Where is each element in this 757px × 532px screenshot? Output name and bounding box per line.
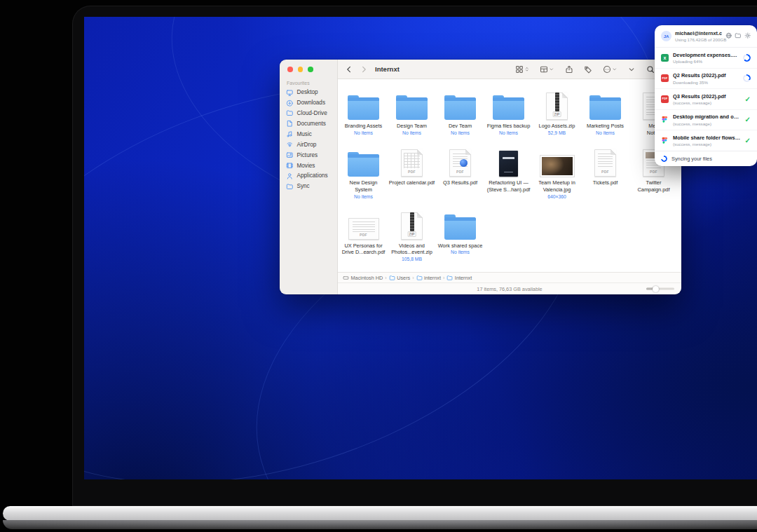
sidebar-item-cloud-drive[interactable]: Cloud-Drive [280,108,337,118]
zip-icon: ZIP [401,208,423,240]
sidebar-item-music[interactable]: Music [280,129,337,139]
globe-button[interactable] [725,32,732,41]
file-subtitle: 640×360 [547,194,566,199]
sidebar-item-label: AirDrop [297,142,317,148]
more-circle-button[interactable] [603,65,618,74]
search-button[interactable] [646,65,655,74]
sidebar-item-downloads[interactable]: Downloads [280,97,337,108]
file-name: UX Personas for Drive D...earch.pdf [341,243,387,256]
chevron-down-button[interactable] [627,65,636,74]
account-email: michael@internxt.com [675,30,722,36]
sync-item-status: (success, message) [673,142,741,146]
tag-button[interactable] [584,65,592,74]
text-lines [598,154,613,168]
file-item[interactable]: Figma files backupNo items [484,88,533,136]
file-item[interactable]: PDFQ3 Results.pdf [436,145,484,198]
minimize-button[interactable] [298,67,304,72]
file-item[interactable]: Refactoring UI — (Steve S...han).pdf [484,145,533,198]
file-item[interactable]: Work shared spaceNo items [436,208,484,261]
gear-icon [744,32,751,39]
account-usage: Using 176,42GB of 200GB [675,37,722,42]
file-item[interactable]: New Design SystemNo items [339,145,388,198]
file-item[interactable]: Design TeamNo items [388,88,436,136]
sync-item[interactable]: PDFQ3 Results (2022).pdf(success, messag… [655,89,757,110]
forward-button[interactable] [360,65,368,74]
window-controls [280,60,337,72]
group-by-button[interactable] [540,65,554,74]
sync-item-name: Q2 Results (2022).pdf [673,72,739,79]
grid-view-button[interactable] [515,65,530,74]
image-icon [540,145,574,177]
gear-button[interactable] [744,32,751,41]
file-item[interactable]: Dev TeamNo items [436,88,484,136]
sync-item-info: Q3 Results (2022).pdf(success, message) [673,93,741,106]
sync-item[interactable]: PDFQ2 Results (2022).pdfDownloading 35% [655,69,757,90]
sidebar-item-label: Documents [297,121,326,127]
status-text: 17 items, 76,63 GB available [477,286,542,292]
sidebar-item-sync[interactable]: Sync [280,181,337,191]
icon-size-slider[interactable] [646,288,674,290]
folder-shape [348,97,379,120]
file-name: Tickets.pdf [593,179,618,186]
pdf-calendar-icon: PDF [401,145,423,177]
file-item[interactable]: PDFProject calendar.pdf [388,145,436,198]
folder-icon [416,275,423,281]
zip-label: ZIP [552,111,561,117]
book-title-bar [503,157,514,159]
folder-button[interactable] [735,32,742,41]
file-item[interactable]: ZIPLogo Assets.zip52,9 MB [533,88,581,136]
page-fold [562,93,568,98]
pdf-chart-icon: PDF [449,145,471,177]
book-subtitle-bar [504,172,513,173]
file-subtitle: No items [499,130,518,135]
pdf-label: PDF [456,170,465,174]
path-segment[interactable]: Users [389,275,411,281]
file-name: Branding Assets [345,123,382,130]
sync-item[interactable]: Desktop migration and onboardi...(succes… [655,110,757,131]
pdf-wide-icon: PDF [348,208,379,240]
path-segment[interactable]: Internxt [446,275,472,281]
file-subtitle: No items [354,194,373,199]
updown-icon [524,67,530,72]
sidebar-item-movies[interactable]: Movies [280,161,337,171]
progress-spinner-icon [743,54,751,62]
sidebar-item-documents[interactable]: Documents [280,118,337,129]
file-item[interactable]: PDFTickets.pdf [581,145,629,198]
finder-window: Favourites DesktopDownloadsCloud-DriveDo… [280,60,681,294]
file-subtitle: No items [354,130,373,135]
window-title: Internxt [375,65,400,73]
sidebar-item-pictures[interactable]: Pictures [280,150,337,161]
zoom-button[interactable] [308,67,313,72]
sidebar-item-label: Downloads [297,100,326,106]
zip-icon: ZIP [546,88,568,120]
path-segment[interactable]: internxt [416,275,441,281]
path-segment[interactable]: Macintosh HD [343,275,383,281]
sidebar-item-label: Sync [297,183,310,189]
file-item[interactable]: ZIPVideos and Photos...event.zip105,8 MB [388,208,436,261]
internxt-sync-widget: JA michael@internxt.com Using 176,42GB o… [655,25,757,166]
path-label: Internxt [455,275,472,281]
sidebar-item-applications[interactable]: Applications [280,171,337,182]
sidebar-item-airdrop[interactable]: AirDrop [280,139,337,150]
back-button[interactable] [345,65,353,74]
file-item[interactable]: Team Meetup in Valencia.jpg640×360 [533,145,581,198]
sync-item[interactable]: Mobile share folder flows.fig(success, m… [655,130,757,151]
share-button[interactable] [565,65,573,74]
pdf-label: PDF [649,170,658,174]
pdf-icon: PDF [594,145,616,177]
sync-status-text: Syncing your files [671,156,712,162]
macbook-mockup: Favourites DesktopDownloadsCloud-DriveDo… [0,0,757,532]
account-info: michael@internxt.com Using 176,42GB of 2… [675,30,722,42]
file-item[interactable]: PDFUX Personas for Drive D...earch.pdf [339,208,388,261]
folder-shape [348,154,379,177]
file-item[interactable]: Branding AssetsNo items [339,88,388,136]
folder-shape [589,97,621,120]
file-item[interactable]: Marketing PostsNo items [581,88,629,136]
sidebar-item-desktop[interactable]: Desktop [280,88,337,98]
sync-item[interactable]: xDevelopment expenses.xlsxUploading 64% [655,48,757,69]
slider-knob[interactable] [653,286,659,292]
pictures-icon [286,151,294,159]
document-page: PDF [594,149,616,177]
close-button[interactable] [287,67,293,72]
file-name: Refactoring UI — (Steve S...han).pdf [486,179,532,193]
